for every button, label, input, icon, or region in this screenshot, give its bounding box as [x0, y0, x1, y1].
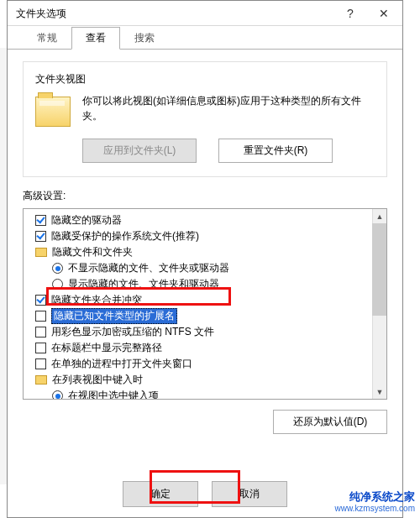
tab-content: 文件夹视图 你可以将此视图(如详细信息或图标)应用于这种类型的所有文件夹。 应用…	[8, 50, 402, 470]
opt-label: 隐藏文件和文件夹	[52, 245, 133, 259]
tree-scrollbar[interactable]: ▲ ▼	[372, 209, 386, 399]
scroll-up-icon[interactable]: ▲	[373, 209, 386, 223]
opt-label: 显示隐藏的文件、文件夹和驱动器	[68, 277, 219, 291]
window-title: 文件夹选项	[16, 1, 333, 26]
opt-hide-protected-os-files[interactable]: 隐藏受保护的操作系统文件(推荐)	[29, 228, 386, 244]
folder-icon	[35, 97, 71, 127]
ok-button[interactable]: 确定	[123, 481, 198, 507]
checkbox-icon	[35, 215, 46, 226]
advanced-settings-tree[interactable]: 隐藏空的驱动器 隐藏受保护的操作系统文件(推荐) 隐藏文件和文件夹 不显示隐藏的…	[23, 208, 387, 400]
help-button[interactable]: ?	[333, 1, 367, 26]
folder-icon	[35, 248, 47, 257]
opt-color-encrypted-ntfs[interactable]: 用彩色显示加密或压缩的 NTFS 文件	[29, 324, 386, 340]
radio-icon	[52, 390, 63, 400]
checkbox-icon	[35, 295, 46, 306]
folder-icon	[35, 375, 47, 385]
opt-label: 在标题栏中显示完整路径	[51, 341, 162, 355]
opt-label: 在列表视图中键入时	[52, 373, 143, 387]
opt-label: 隐藏已知文件类型的扩展名	[51, 308, 177, 324]
opt-label: 隐藏空的驱动器	[51, 213, 122, 228]
opt-label: 不显示隐藏的文件、文件夹或驱动器	[68, 261, 229, 275]
tab-search[interactable]: 搜索	[120, 27, 169, 50]
opt-show-hidden[interactable]: 显示隐藏的文件、文件夹和驱动器	[29, 276, 386, 292]
folder-view-desc: 你可以将此视图(如详细信息或图标)应用于这种类型的所有文件夹。	[82, 93, 375, 123]
tab-view[interactable]: 查看	[71, 27, 120, 50]
advanced-settings-label: 高级设置:	[23, 189, 387, 203]
checkbox-icon	[35, 358, 46, 369]
reset-folders-button[interactable]: 重置文件夹(R)	[218, 139, 333, 163]
opt-dont-show-hidden[interactable]: 不显示隐藏的文件、文件夹或驱动器	[29, 260, 386, 276]
close-button[interactable]: ✕	[367, 1, 401, 26]
folder-view-heading: 文件夹视图	[35, 72, 375, 86]
watermark-title: 纯净系统之家	[349, 491, 415, 503]
folder-options-dialog: 文件夹选项 ? ✕ 常规 查看 搜索 文件夹视图 你可以将此视图(如详细信息或图…	[7, 0, 403, 518]
folder-view-group: 文件夹视图 你可以将此视图(如详细信息或图标)应用于这种类型的所有文件夹。 应用…	[23, 61, 387, 177]
tab-general[interactable]: 常规	[23, 27, 71, 50]
opt-hide-empty-drives[interactable]: 隐藏空的驱动器	[29, 212, 386, 228]
opt-label: 隐藏受保护的操作系统文件(推荐)	[51, 229, 199, 243]
restore-defaults-button[interactable]: 还原为默认值(D)	[273, 410, 387, 434]
checkbox-icon	[35, 231, 46, 242]
opt-label: 在单独的进程中打开文件夹窗口	[51, 357, 192, 371]
scroll-thumb[interactable]	[372, 223, 386, 316]
title-bar: 文件夹选项 ? ✕	[8, 1, 402, 26]
checkbox-icon	[35, 327, 46, 337]
group-hidden-files[interactable]: 隐藏文件和文件夹	[29, 244, 386, 260]
opt-label: 用彩色显示加密或压缩的 NTFS 文件	[51, 325, 214, 339]
cancel-button[interactable]: 取消	[212, 481, 287, 507]
opt-hide-known-extensions[interactable]: 隐藏已知文件类型的扩展名	[29, 308, 386, 324]
watermark: 纯净系统之家 www.kzmsystem.com	[314, 489, 415, 515]
opt-separate-process[interactable]: 在单独的进程中打开文件夹窗口	[29, 356, 386, 372]
watermark-url: www.kzmsystem.com	[334, 504, 415, 513]
radio-icon	[52, 279, 63, 290]
opt-label: 隐藏文件夹合并冲突	[51, 293, 142, 307]
opt-full-path-titlebar[interactable]: 在标题栏中显示完整路径	[29, 340, 386, 356]
apply-to-folders-button: 应用到文件夹(L)	[82, 139, 197, 163]
checkbox-icon	[35, 311, 46, 322]
scroll-down-icon[interactable]: ▼	[373, 385, 386, 399]
opt-hide-merge-conflicts[interactable]: 隐藏文件夹合并冲突	[29, 292, 386, 308]
tab-strip: 常规 查看 搜索	[8, 26, 402, 50]
opt-label: 在视图中选中键入项	[68, 389, 159, 400]
checkbox-icon	[35, 343, 46, 353]
opt-select-typed-item[interactable]: 在视图中选中键入项	[29, 388, 386, 400]
group-typing-in-list[interactable]: 在列表视图中键入时	[29, 372, 386, 388]
radio-icon	[52, 263, 63, 274]
